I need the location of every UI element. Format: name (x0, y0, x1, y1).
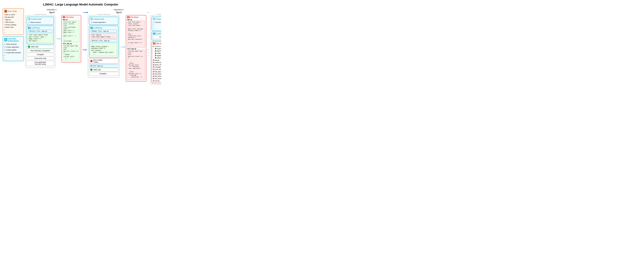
arrow-to-filestore2: ⟶ (121, 45, 125, 49)
check-icon-1: ✓ (28, 46, 30, 48)
fs1-testapppy-label: test_app.py (63, 43, 80, 44)
llm-resp-2: 💬 LLM Resp. [Read] file: app.py file: ap… (89, 26, 118, 58)
control-unit-2-title: Control Unit (94, 18, 104, 20)
file-status-html: status.html (155, 57, 161, 59)
file-register-html: register.html (155, 54, 161, 57)
context-window-2: Context Window Control Unit 1. Create re… (88, 15, 120, 78)
control-unit-21-instruction: 1. Test all code (153, 21, 161, 24)
instruction1-label: Instruction 1. (47, 9, 57, 11)
page-title: L2MAC: Large Language Model Automatic Co… (3, 3, 158, 6)
file-dot-user (153, 80, 154, 82)
fs2-apppy-code: from flask import Flask, request from fl… (127, 21, 145, 48)
file-dot-register (155, 55, 156, 56)
folder-icon-3: 📁 (153, 43, 156, 45)
control-unit-1-instruction: 1. Setup structure (28, 21, 52, 24)
chat-icon-21: 💬 (153, 33, 156, 35)
llm-resp-2-title: LLM Resp. (94, 27, 102, 29)
context-window-21-label: Context Window (156, 14, 161, 16)
question-box-1: Has instruction completed? (27, 49, 54, 52)
file-store-3: 📁 File Store ▶ templates (152, 42, 161, 83)
file-mock-db-py: mock_db.py (153, 68, 161, 71)
file-dot-testgroupchat (153, 73, 154, 75)
file-dot-home (155, 48, 156, 49)
user-task-text: Code an onlinechat app with: • Sign-up •… (4, 14, 22, 34)
answer-box-2: Complete ... (89, 72, 118, 75)
llm-resp-2-action-read: [Read] file: app.py (90, 30, 117, 33)
answer-box-1: Complete (27, 53, 54, 56)
file-store-2: 📁 File Store app.py from flask import Fl… (126, 15, 146, 82)
fs1-apppy-code: from flask import Flask, jsonify from fl… (63, 21, 80, 42)
fs1-testapppy-code: from app import app, users with app.test… (63, 45, 80, 61)
control-unit-21-header: Control Unit (153, 18, 161, 20)
file-store-1-header: 📁 File Store (63, 16, 80, 18)
control-unit-21: Control Unit 1. Test all code • • (152, 17, 161, 31)
fs2-testapppy-label: test_app.py (127, 48, 145, 50)
left-panel: 👤 User Task Code an onlinechat app with:… (3, 9, 24, 61)
templates-files: home.html login.html profile.html (153, 48, 161, 59)
file-dot-login (155, 50, 156, 52)
llm-resp-21-header: 💬 LLM Resp. (153, 33, 161, 35)
llm-resp-1-code: from flask import Flask app = Flask(__na… (28, 33, 52, 43)
svg-point-1 (92, 19, 92, 20)
file-home-html: home.html (155, 48, 161, 50)
document-icon: 📄 (4, 38, 7, 41)
arrow-to-filestore1: ⟶ (56, 37, 60, 41)
llm-resp-2-code-write: ... @app.route('/signup', methods=['POST… (90, 43, 117, 56)
user-icon: 👤 (4, 10, 7, 13)
file-dot-contact (153, 62, 154, 63)
folder-icon-1: 📁 (63, 16, 65, 18)
valid-code-1-text: Valid code (31, 46, 38, 48)
control-unit-1-title: Control Unit (31, 18, 42, 20)
file-store-3-label: File Store (156, 43, 161, 45)
file-test-group-chat-py: test_group_chat.py (153, 73, 161, 75)
write-apppy-2: [Write] app.py (89, 64, 118, 67)
filestore3-wrapper: 📁 File Store ▶ templates (152, 42, 161, 83)
summarize-box-1: Summarize step (27, 57, 54, 60)
chat-icon-1: 💬 (28, 27, 30, 29)
file-dot-mockdb (153, 69, 154, 70)
dots-separator: · · · (147, 48, 150, 57)
user-task-box: 👤 User Task Code an onlinechat app with:… (3, 9, 24, 35)
valid-code-2: ✓ Valid code (89, 68, 118, 72)
control-unit-21-dots2: • (153, 27, 161, 30)
context-window-1-label: Context Window (33, 14, 48, 16)
x-icon-2: ✗ (90, 60, 92, 62)
valid-code-1: ✓ Valid code (27, 45, 54, 49)
control-unit-21-dots: • (153, 24, 161, 27)
file-test-message-py: test_message.py (153, 75, 161, 77)
error-box-2: ✗ Error. Failed2 tests (89, 59, 118, 64)
file-app-py: app.py (153, 59, 161, 61)
context-window-2-label: Context Window (96, 14, 111, 16)
instruction2-agent: Agent (116, 11, 122, 14)
file-user-py: user.py (153, 80, 161, 82)
control-unit-1: Control Unit 1. Setup structure (27, 17, 54, 25)
file-login-html: login.html (155, 50, 161, 52)
check-icon-2: ✓ (90, 69, 92, 71)
gear-icon-2 (90, 18, 93, 20)
file-dot-testmockdb (153, 78, 154, 79)
valid-code-2-text: Valid code (93, 69, 101, 71)
user-task-label: User Task (8, 10, 17, 12)
llm-resp-1-title: LLM Resp. (31, 27, 40, 29)
folder-icon-2: 📁 (127, 16, 130, 18)
summary-box-1: Core applicationhas been setup (27, 61, 54, 66)
llm-gen-instructions-list: 1. Setup structure 2. Create registratio… (4, 43, 22, 60)
gear-icon-1 (28, 18, 30, 20)
context-window-21: Context Window Control Unit 1. Test all … (150, 15, 161, 85)
file-contact-py: contact.py (153, 61, 161, 64)
llm-resp-21: 💬 LLM Resp. Complete (152, 32, 161, 40)
file-dot-message (153, 66, 154, 68)
llm-resp-2-action-write: [Write] file: app.py (90, 39, 117, 42)
control-unit-1-header: Control Unit (28, 18, 52, 20)
file-store-2-header: 📁 File Store (127, 16, 145, 18)
llm-resp-2-header: 💬 LLM Resp. (90, 27, 117, 29)
fs1-apppy-label: app.py (63, 19, 80, 20)
file-group-chat-py: group_chat.py (153, 64, 161, 66)
file-tree: ▶ templates home.html (153, 45, 161, 82)
file-test-mock-db-py: test_mock_db.py (153, 77, 161, 80)
llm-resp-1-header: 💬 LLM Resp. (28, 27, 52, 29)
fs2-apppy-label: app.py (127, 19, 145, 20)
control-unit-21-title: Control Unit (156, 18, 161, 20)
context-window-1: Context Window Control Unit 1. Setup str… (25, 15, 55, 68)
file-dot-testmessage (153, 76, 154, 77)
